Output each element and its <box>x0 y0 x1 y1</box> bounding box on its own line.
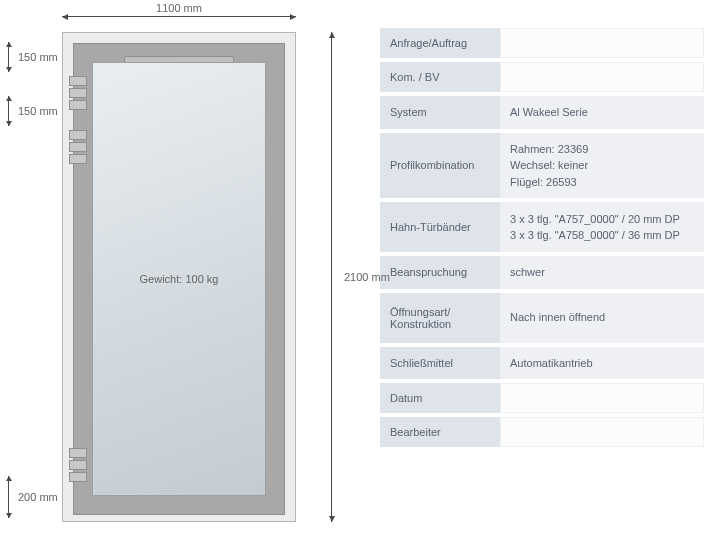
spec-value <box>500 62 704 92</box>
spec-value: schwer <box>500 256 704 289</box>
spec-value: Rahmen: 23369Wechsel: keinerFlügel: 2659… <box>500 133 704 199</box>
hinge-icon <box>69 460 87 470</box>
dim-width-label: 1100 mm <box>152 2 206 14</box>
spec-value: Al Wakeel Serie <box>500 96 704 129</box>
spec-panel: Anfrage/AuftragKom. / BVSystemAl Wakeel … <box>380 0 720 544</box>
door-leaf: Gewicht: 100 kg <box>92 62 266 496</box>
table-row: Anfrage/Auftrag <box>380 28 704 58</box>
dim-height-label: 2100 mm <box>344 271 390 283</box>
dim-hinge-top2: 150 mm <box>8 96 56 126</box>
hinge-icon <box>69 154 87 164</box>
hinge-icon <box>69 130 87 140</box>
dim-height: 2100 mm <box>324 32 340 522</box>
spec-value-line: 3 x 3 tlg. "A758_0000" / 36 mm DP <box>510 227 694 244</box>
table-row: Beanspruchungschwer <box>380 256 704 289</box>
spec-value <box>500 383 704 413</box>
dim-hinge-bottom: 200 mm <box>8 476 56 518</box>
spec-value: Nach innen öffnend <box>500 293 704 343</box>
spec-label: Datum <box>380 383 500 413</box>
hinge-icon <box>69 88 87 98</box>
hinge-icon <box>69 76 87 86</box>
hinge-icon <box>69 142 87 152</box>
spec-value <box>500 28 704 58</box>
door-frame-inner: Gewicht: 100 kg <box>73 43 285 515</box>
spec-value-line: 3 x 3 tlg. "A757_0000" / 20 mm DP <box>510 211 694 228</box>
spec-label: Öffnungsart/ Konstruktion <box>380 293 500 343</box>
spec-label: Anfrage/Auftrag <box>380 28 500 58</box>
door-frame-outer: Gewicht: 100 kg <box>62 32 296 522</box>
spec-label: Beanspruchung <box>380 256 500 289</box>
layout: 1100 mm 2100 mm Gewicht: 100 kg <box>0 0 728 544</box>
spec-label: Schließmittel <box>380 347 500 380</box>
spec-label: Bearbeiter <box>380 417 500 447</box>
spec-label: System <box>380 96 500 129</box>
spec-label: Profilkombination <box>380 133 500 199</box>
spec-value-line: Flügel: 26593 <box>510 174 694 191</box>
door-weight-label: Gewicht: 100 kg <box>140 273 219 285</box>
spec-value: Automatikantrieb <box>500 347 704 380</box>
dim-width: 1100 mm <box>62 8 296 24</box>
spec-value-line: Wechsel: keiner <box>510 157 694 174</box>
spec-value <box>500 417 704 447</box>
hinge-icon <box>69 100 87 110</box>
spec-label: Kom. / BV <box>380 62 500 92</box>
hinge-icon <box>69 472 87 482</box>
table-row: Kom. / BV <box>380 62 704 92</box>
table-row: Öffnungsart/ KonstruktionNach innen öffn… <box>380 293 704 343</box>
spec-value-line: Rahmen: 23369 <box>510 141 694 158</box>
door-diagram: 1100 mm 2100 mm Gewicht: 100 kg <box>0 0 380 544</box>
spec-value: 3 x 3 tlg. "A757_0000" / 20 mm DP3 x 3 t… <box>500 202 704 252</box>
table-row: SchließmittelAutomatikantrieb <box>380 347 704 380</box>
dim-hinge-top1: 150 mm <box>8 42 56 72</box>
spec-table: Anfrage/AuftragKom. / BVSystemAl Wakeel … <box>380 28 704 447</box>
table-row: Bearbeiter <box>380 417 704 447</box>
table-row: Hahn-Türbänder3 x 3 tlg. "A757_0000" / 2… <box>380 202 704 252</box>
table-row: Datum <box>380 383 704 413</box>
spec-label: Hahn-Türbänder <box>380 202 500 252</box>
hinge-icon <box>69 448 87 458</box>
table-row: SystemAl Wakeel Serie <box>380 96 704 129</box>
table-row: ProfilkombinationRahmen: 23369Wechsel: k… <box>380 133 704 199</box>
